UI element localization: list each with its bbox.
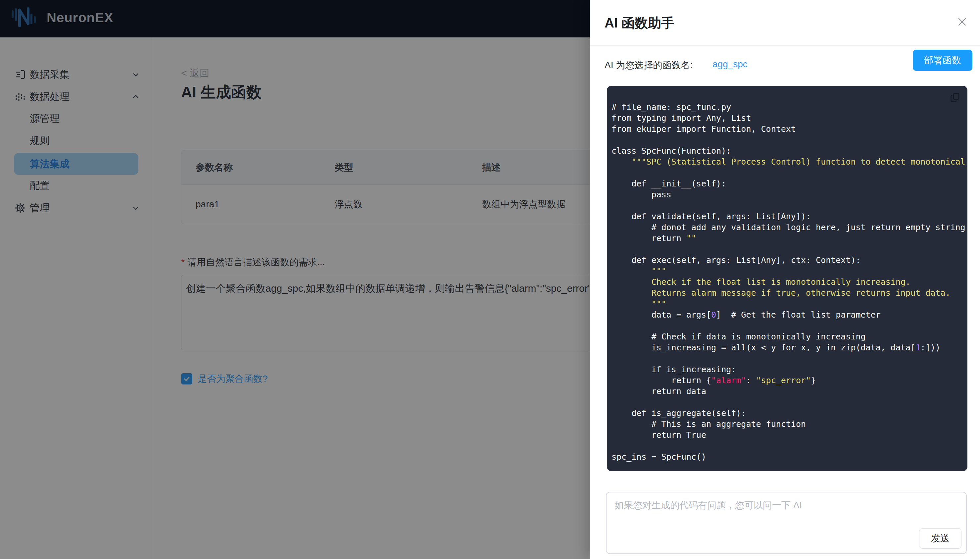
send-button[interactable]: 发送: [919, 528, 962, 549]
close-button[interactable]: [955, 15, 969, 29]
code-line: def __init__(self):: [612, 178, 966, 189]
code-line: is_increasing = all(x < y for x, y in zi…: [612, 342, 966, 353]
code-line: Returns alarm message if true, otherwise…: [612, 288, 966, 298]
function-name-link[interactable]: agg_spc: [713, 59, 747, 69]
code-line: return True: [612, 430, 966, 440]
code-line: def validate(self, args: List[Any]):: [612, 211, 966, 222]
code-line: [612, 200, 966, 211]
code-line: if is_increasing:: [612, 364, 966, 375]
chat-box: 发送: [606, 492, 967, 554]
code-line: from ekuiper import Function, Context: [612, 124, 966, 134]
code-line: return data: [612, 386, 966, 397]
code-line: [612, 353, 966, 364]
code-line: """SPC (Statistical Process Control) fun…: [612, 156, 966, 167]
code-line: class SpcFunc(Function):: [612, 146, 966, 156]
code-line: from typing import Any, List: [612, 112, 966, 124]
code-line: Check if the float list is monotonically…: [612, 276, 966, 288]
code-line: # file_name: spc_func.py: [612, 102, 966, 112]
code-line: [612, 244, 966, 255]
code-line: def exec(self, args: List[Any], ctx: Con…: [612, 255, 966, 266]
code-line: return "": [612, 233, 966, 244]
code-line: return {"alarm": "spc_error"}: [612, 375, 966, 386]
chat-input[interactable]: [607, 493, 966, 529]
deploy-function-button[interactable]: 部署函数: [913, 50, 972, 71]
close-icon: [957, 16, 968, 28]
code-line: """: [612, 298, 966, 309]
drawer-header: AI 函数助手: [590, 0, 980, 46]
neuronex-app: NeuronEX 数据采集 数据处理: [0, 0, 980, 559]
code-line: [612, 440, 966, 452]
code-line: # This is an aggregate function: [612, 418, 966, 430]
code-content: # file_name: spc_func.pyfrom typing impo…: [612, 102, 966, 465]
generated-code-block: # file_name: spc_func.pyfrom typing impo…: [607, 86, 967, 471]
code-line: pass: [612, 189, 966, 200]
code-line: data = args[0] # Get the float list para…: [612, 309, 966, 320]
code-line: """: [612, 266, 966, 276]
code-line: [612, 167, 966, 178]
drawer-title: AI 函数助手: [605, 14, 675, 32]
function-name-row: AI 为您选择的函数名: agg_spc 部署函数: [590, 46, 980, 86]
ai-assistant-drawer: AI 函数助手 AI 为您选择的函数名: agg_spc 部署函数 # file…: [590, 0, 980, 559]
code-line: # donot add any validation logic here, j…: [612, 222, 966, 233]
code-line: def is_aggregate(self):: [612, 408, 966, 418]
function-name-label: AI 为您选择的函数名:: [605, 59, 693, 71]
code-line: [612, 320, 966, 331]
code-line: # Check if data is monotonically increas…: [612, 331, 966, 342]
code-line: [612, 397, 966, 408]
code-line: spc_ins = SpcFunc(): [612, 452, 966, 462]
code-line: [612, 134, 966, 146]
